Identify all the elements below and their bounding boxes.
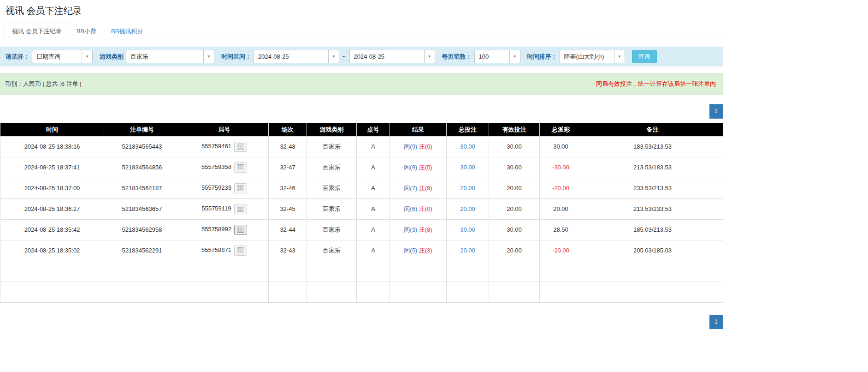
total-count: 6 [104,282,180,302]
table-row: 2024-08-25 18:37:00 521834564187 5557592… [0,178,723,198]
cell-time: 2024-08-25 18:36:27 [0,198,104,219]
round-number: 555759358 [201,163,231,170]
total-bet-link[interactable]: 30.00 [460,164,475,171]
cell-bet-id: 521834562291 [104,240,180,261]
info-bar: 币别：人民币 | 总共 :6 注单 | 同局有效投注，统一计算在该局第一张注单内 [0,73,723,95]
page-size-select[interactable]: 100 ▼ [474,50,520,63]
tab-betting-records[interactable]: 视讯 会员下注纪录 [5,23,69,40]
total-bet-link[interactable]: 20.00 [460,247,475,254]
cell-bet-id: 521834562958 [104,219,180,240]
cell-note: 213.53/233.53 [582,198,723,219]
total-bet-link[interactable]: 20.00 [460,185,475,192]
total-label: 总计 [0,282,104,302]
cell-time: 2024-08-25 18:37:41 [0,157,104,178]
subtotal-count: 6 [104,261,180,282]
table-row: 2024-08-25 18:35:42 521834562958 5557589… [0,219,723,240]
table-row: 2024-08-25 18:35:02 521834562291 5557588… [0,240,723,261]
cell-table: A [357,198,390,219]
cell-valid-bet: 30.00 [489,219,540,240]
tab-bb-tip[interactable]: BB小费 [69,23,104,40]
result-player: 闲(7) [404,185,417,192]
cell-table: A [357,157,390,178]
pagination-page-1[interactable]: 1 [709,315,723,329]
cell-table: A [357,219,390,240]
video-replay-icon[interactable] [234,204,247,214]
cell-note: 183.53/213.53 [582,136,723,157]
cell-valid-bet: 20.00 [489,240,540,261]
date-to-select[interactable]: 2024-08-25 ▼ [349,50,435,63]
cell-payout: 28.50 [540,219,582,240]
cell-time: 2024-08-25 18:37:00 [0,178,104,198]
chevron-down-icon[interactable]: ▼ [509,50,520,63]
video-replay-icon[interactable] [234,225,247,235]
cell-payout: -30.00 [540,157,582,178]
chevron-down-icon[interactable]: ▼ [614,50,625,63]
chevron-down-icon[interactable]: ▼ [328,50,339,63]
round-number: 555759119 [201,205,231,212]
cell-session: 32-45 [269,198,307,219]
total-bet-link[interactable]: 20.00 [460,205,475,212]
subtotal-valid-bet: 150.00 [489,261,540,282]
chevron-down-icon[interactable]: ▼ [424,50,435,63]
header-table: 桌号 [357,123,390,136]
cell-payout: 30.00 [540,136,582,157]
currency-summary-text: 币别：人民币 | 总共 :6 注单 | [5,80,82,88]
subtotal-payout: 8.50 [540,261,582,282]
cell-valid-bet: 20.00 [489,178,540,198]
cell-game-type: 百家乐 [307,157,357,178]
chevron-down-icon[interactable]: ▼ [203,50,214,63]
chevron-down-icon[interactable]: ▼ [82,50,92,63]
header-valid-bet: 有效投注 [489,123,540,136]
cell-valid-bet: 30.00 [489,157,540,178]
cell-payout: -20.00 [540,178,582,198]
tab-bar: 视讯 会员下注纪录 BB小费 BB视讯积分 [0,23,723,40]
table-header: 时间 注单编号 局号 场次 游戏类别 桌号 结果 总投注 有效投注 总派彩 备注 [0,123,723,136]
result-banker: 庄(3) [419,247,432,254]
cell-total-bet: 20.00 [447,178,489,198]
date-range-label: 时间区间： [221,53,251,61]
page-size-label: 每页笔数： [442,53,472,61]
sort-select[interactable]: 降幂(由大到小) ▼ [560,50,625,63]
query-type-select[interactable]: 日期查询 ▼ [32,50,93,63]
pagination-page-1[interactable]: 1 [709,104,723,119]
cell-result: 闲(3) 庄(8) [390,219,447,240]
round-number: 555758992 [201,226,231,233]
result-banker: 庄(5) [419,164,432,171]
video-replay-icon[interactable] [234,246,247,256]
cell-table: A [357,136,390,157]
header-note: 备注 [582,123,723,136]
total-bet-link[interactable]: 30.00 [460,226,475,233]
result-player: 闲(6) [404,205,417,212]
result-banker: 庄(0) [419,143,432,150]
pagination-bottom: 1 [0,315,723,329]
cell-note: 233.53/213.53 [582,178,723,198]
header-session: 场次 [269,123,307,136]
cell-round: 555758871 [180,240,269,261]
cell-payout: -20.00 [540,240,582,261]
query-type-label: 请选择： [6,53,30,61]
game-type-label: 游戏类别 [100,53,124,61]
header-result: 结果 [390,123,447,136]
cell-round: 555759233 [180,178,269,198]
cell-round: 555758992 [180,219,269,240]
video-replay-icon[interactable] [234,142,247,152]
total-bet-link[interactable]: 30.00 [460,143,475,150]
date-from-select[interactable]: 2024-08-25 ▼ [254,50,339,63]
tab-bb-video-points[interactable]: BB视讯积分 [104,23,150,40]
search-button[interactable]: 查询 [632,50,657,63]
subtotal-total-bet: 150.00 [447,261,489,282]
video-replay-icon[interactable] [234,183,247,193]
video-replay-icon[interactable] [234,162,247,173]
game-type-select[interactable]: 百家乐 ▼ [126,50,214,63]
table-row: 2024-08-25 18:37:41 521834564856 5557593… [0,157,723,178]
page-container: 视讯 会员下注纪录 视讯 会员下注纪录 BB小费 BB视讯积分 请选择： 日期查… [0,5,723,329]
date-from-value: 2024-08-25 [254,53,328,60]
cell-round: 555759358 [180,157,269,178]
table-body: 2024-08-25 18:38:16 521834565443 5557594… [0,136,723,302]
table-row: 2024-08-25 18:38:16 521834565443 5557594… [0,136,723,157]
header-total-bet: 总投注 [447,123,489,136]
cell-bet-id: 521834564187 [104,178,180,198]
pagination-top: 1 [0,104,723,119]
betting-records-table: 时间 注单编号 局号 场次 游戏类别 桌号 结果 总投注 有效投注 总派彩 备注… [0,123,723,303]
query-type-value: 日期查询 [32,53,82,61]
